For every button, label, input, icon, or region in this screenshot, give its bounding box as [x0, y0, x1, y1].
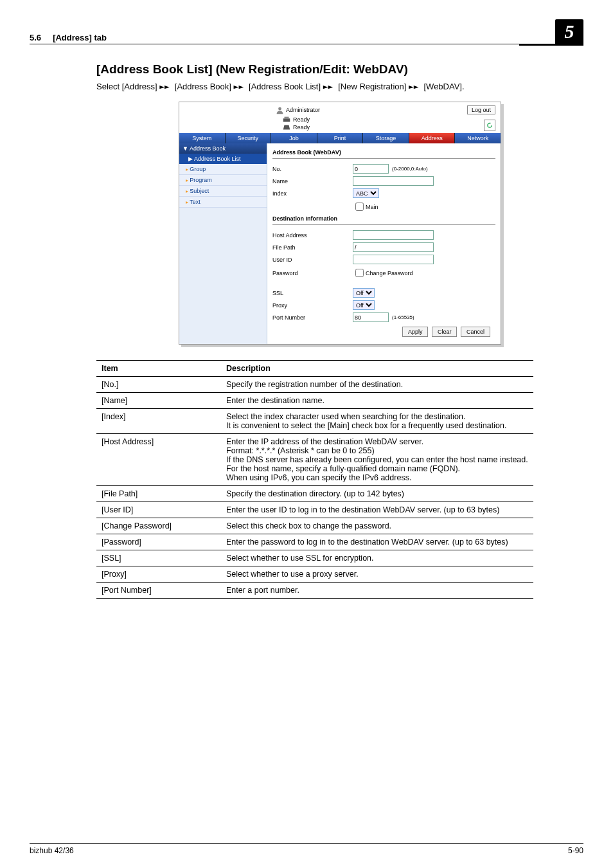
- table-row: [Port Number]Enter a port number.: [96, 583, 533, 599]
- tab-system[interactable]: System: [179, 133, 226, 143]
- refresh-button[interactable]: [484, 120, 495, 131]
- input-port[interactable]: [353, 312, 389, 322]
- cancel-button[interactable]: Cancel: [461, 327, 490, 337]
- row-name: Name: [272, 176, 495, 186]
- cell-item: [Index]: [96, 409, 221, 434]
- cell-desc: Specify the destination directory. (up t…: [221, 486, 533, 502]
- input-host[interactable]: [353, 230, 434, 240]
- sidebar-heading[interactable]: ▼ Address Book: [179, 143, 267, 154]
- screenshot-topbar: Administrator Log out: [179, 102, 501, 116]
- sidebar-item-program[interactable]: Program: [179, 175, 267, 186]
- footer-right: 5-90: [568, 846, 583, 855]
- cell-item: [Port Number]: [96, 583, 221, 599]
- printer-icon: [282, 116, 291, 123]
- sidebar-item-address-book-list[interactable]: ▶ Address Book List: [179, 154, 267, 164]
- tab-storage[interactable]: Storage: [363, 133, 409, 143]
- cell-desc: Enter a port number.: [221, 583, 533, 599]
- label-no: No.: [272, 166, 353, 172]
- label-host: Host Address: [272, 232, 353, 239]
- select-ssl[interactable]: Off: [353, 288, 375, 298]
- table-row: [No.]Specify the registration number of …: [96, 377, 533, 393]
- input-name[interactable]: [353, 176, 434, 186]
- form-panel: Address Book (WebDAV) No. (0-2000,0:Auto…: [267, 143, 501, 344]
- row-host: Host Address: [272, 230, 495, 240]
- input-no[interactable]: [353, 164, 389, 174]
- breadcrumb-suffix: .: [462, 82, 465, 91]
- breadcrumb-part: [Address Book List]: [249, 82, 321, 91]
- input-user[interactable]: [353, 255, 434, 264]
- row-main: Main: [272, 201, 495, 213]
- page-title: [Address Book List] (New Registration/Ed…: [96, 62, 583, 77]
- cell-desc: Enter the password to log in to the dest…: [221, 534, 533, 550]
- page-header: 5.6 [Address] tab 5: [30, 19, 583, 44]
- row-file: File Path: [272, 242, 495, 252]
- label-proxy: Proxy: [272, 302, 353, 309]
- sidebar-item-subject[interactable]: Subject: [179, 186, 267, 197]
- chapter-badge-box: 5: [555, 19, 583, 42]
- cell-desc: Enter the user ID to log in to the desti…: [221, 502, 533, 518]
- cell-desc: Select whether to use SSL for encryption…: [221, 550, 533, 566]
- table-row: [Name]Enter the destination name.: [96, 393, 533, 409]
- cell-item: [Change Password]: [96, 518, 221, 534]
- footer-left: bizhub 42/36: [30, 846, 74, 855]
- cell-item: [Password]: [96, 534, 221, 550]
- label-port: Port Number: [272, 314, 353, 321]
- breadcrumb-part: [Address]: [122, 82, 157, 91]
- label-index: Index: [272, 190, 353, 197]
- breadcrumb-part: [Address Book]: [175, 82, 231, 91]
- svg-rect-2: [285, 117, 289, 119]
- sidebar-item-text[interactable]: Text: [179, 197, 267, 208]
- breadcrumb: Select [Address] ►► [Address Book] ►► [A…: [96, 82, 583, 91]
- button-row: Apply Clear Cancel: [272, 325, 495, 339]
- cell-item: [Name]: [96, 393, 221, 409]
- tab-security[interactable]: Security: [226, 133, 272, 143]
- select-proxy[interactable]: Off: [353, 300, 375, 310]
- tab-print[interactable]: Print: [317, 133, 364, 143]
- description-table: Item Description [No.]Specify the regist…: [96, 360, 533, 599]
- admin-text: Administrator: [286, 107, 320, 113]
- cell-item: [User ID]: [96, 502, 221, 518]
- admin-label: Administrator: [276, 106, 320, 114]
- table-row: [File Path]Specify the destination direc…: [96, 486, 533, 502]
- checkbox-change-password[interactable]: [355, 269, 364, 277]
- group2: Host Address File Path User ID Password: [272, 224, 495, 322]
- tab-address[interactable]: Address: [409, 133, 456, 143]
- main-content: [Address Book List] (New Registration/Ed…: [96, 62, 583, 599]
- status-text: Ready: [293, 124, 310, 131]
- breadcrumb-arrow: ►►: [409, 82, 423, 91]
- breadcrumb-part: [New Registration]: [338, 82, 406, 91]
- chapter-underline: [519, 44, 583, 46]
- input-file[interactable]: [353, 242, 434, 252]
- apply-button[interactable]: Apply: [402, 327, 429, 337]
- table-row: [User ID]Enter the user ID to log in to …: [96, 502, 533, 518]
- cell-desc: Select whether to use a proxy server.: [221, 566, 533, 583]
- chapter-badge: 5: [555, 19, 583, 44]
- screenshot-body: ▼ Address Book ▶ Address Book List Group…: [179, 143, 501, 344]
- label-ssl: SSL: [272, 290, 353, 296]
- tab-job[interactable]: Job: [271, 133, 317, 143]
- cell-desc: Enter the destination name.: [221, 393, 533, 409]
- status-scanner: Ready: [282, 123, 310, 131]
- screenshot: Administrator Log out Ready Ready System: [179, 102, 501, 345]
- tab-network[interactable]: Network: [455, 133, 501, 143]
- svg-rect-1: [283, 118, 290, 122]
- clear-button[interactable]: Clear: [432, 327, 458, 337]
- sidebar: ▼ Address Book ▶ Address Book List Group…: [179, 143, 267, 344]
- refresh-icon: [486, 122, 493, 129]
- row-index: Index ABC: [272, 188, 495, 198]
- row-ssl: SSL Off: [272, 288, 495, 298]
- breadcrumb-arrow: ►►: [323, 82, 338, 91]
- table-row: [SSL]Select whether to use SSL for encry…: [96, 550, 533, 566]
- select-index[interactable]: ABC: [353, 188, 379, 198]
- breadcrumb-prefix: Select: [96, 82, 122, 91]
- label-name: Name: [272, 178, 353, 185]
- checkbox-main[interactable]: [355, 203, 364, 211]
- section-title: [Address] tab: [53, 33, 107, 42]
- row-user: User ID: [272, 255, 495, 264]
- logout-button[interactable]: Log out: [467, 105, 495, 114]
- cell-desc: Enter the IP address of the destination …: [221, 434, 533, 486]
- group2-title: Destination Information: [272, 215, 495, 222]
- sidebar-item-group[interactable]: Group: [179, 164, 267, 175]
- group1-title: Address Book (WebDAV): [272, 149, 495, 156]
- breadcrumb-part: [WebDAV]: [423, 82, 461, 91]
